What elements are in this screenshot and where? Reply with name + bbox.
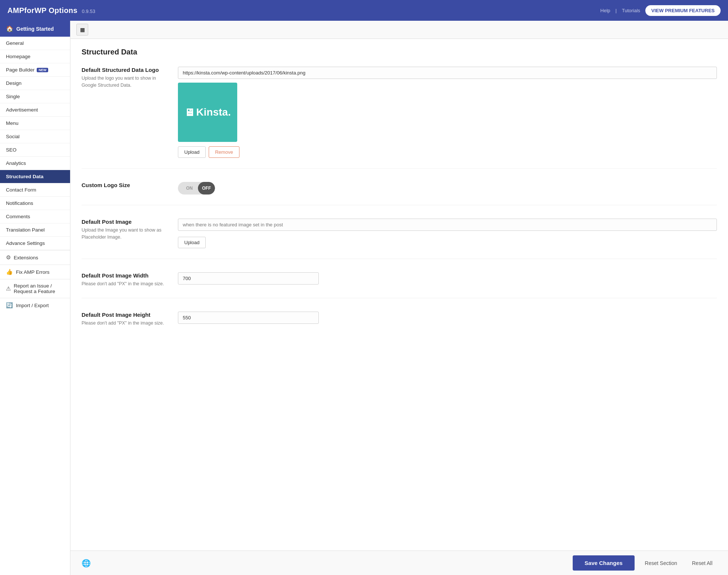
thumbs-up-icon: 👍 — [6, 269, 13, 275]
label-post-image-width: Default Post Image Width — [82, 272, 171, 279]
app-version: 0.9.53 — [82, 9, 95, 14]
section-title: Structured Data — [82, 48, 717, 56]
desc-post-image-width: Please don't add "PX" in the image size. — [82, 280, 171, 288]
sidebar-item-homepage[interactable]: Homepage — [0, 50, 70, 63]
app-title: AMPforWP Options — [7, 6, 77, 14]
main-content: Structured Data Default Structured Data … — [70, 39, 728, 551]
sidebar-label-notifications: Notifications — [6, 200, 33, 206]
new-badge: NEW — [37, 68, 48, 72]
sidebar-item-getting-started[interactable]: 🏠 Getting Started — [0, 21, 70, 37]
save-changes-button[interactable]: Save Changes — [573, 555, 635, 571]
app-header: AMPforWP Options 0.9.53 Help | Tutorials… — [0, 0, 728, 21]
label-default-post-image: Default Post Image — [82, 219, 171, 225]
sidebar: 🏠 Getting Started General Homepage Page … — [0, 21, 70, 575]
post-image-width-input[interactable] — [178, 272, 319, 285]
sidebar-label-general: General — [6, 40, 24, 46]
sidebar-label-translation-panel: Translation Panel — [6, 227, 45, 233]
control-col-default-post-image: Upload — [178, 219, 717, 248]
reset-all-button[interactable]: Reset All — [688, 557, 717, 569]
world-icon[interactable]: 🌐 — [82, 559, 91, 568]
help-link[interactable]: Help — [600, 8, 610, 13]
sidebar-item-advance-settings[interactable]: Advance Settings — [0, 237, 70, 250]
main-layout: 🏠 Getting Started General Homepage Page … — [0, 21, 728, 575]
form-row-custom-logo-size: Custom Logo Size ON OFF — [82, 182, 717, 205]
sidebar-item-seo[interactable]: SEO — [0, 143, 70, 157]
post-image-url-input[interactable] — [178, 219, 717, 231]
sidebar-label-analytics: Analytics — [6, 160, 26, 166]
gear-icon: ⚙ — [6, 254, 11, 261]
label-custom-logo-size: Custom Logo Size — [82, 182, 171, 188]
premium-features-button[interactable]: VIEW PREMIUM FEATURES — [645, 5, 721, 16]
sidebar-item-analytics[interactable]: Analytics — [0, 157, 70, 170]
sidebar-label-advance-settings: Advance Settings — [6, 240, 45, 246]
desc-default-logo: Upload the logo you want to show in Goog… — [82, 75, 171, 89]
label-default-logo: Default Structured Data Logo — [82, 67, 171, 73]
sidebar-label-import-export: Import / Export — [16, 303, 49, 308]
desc-post-image-height: Please don't add "PX" in the image size. — [82, 320, 171, 327]
control-col-default-logo: 🖥 Kinsta. Upload Remove — [178, 67, 717, 158]
header-title-group: AMPforWP Options 0.9.53 — [7, 6, 95, 15]
logo-remove-button[interactable]: Remove — [209, 146, 239, 158]
sidebar-label-seo: SEO — [6, 147, 17, 153]
control-col-post-image-width — [178, 272, 717, 285]
sidebar-label-single: Single — [6, 94, 20, 99]
sidebar-label-advertisement: Advertisement — [6, 107, 38, 113]
form-row-post-image-height: Default Post Image Height Please don't a… — [82, 312, 717, 337]
custom-logo-size-toggle[interactable]: ON OFF — [178, 182, 215, 195]
logo-url-input[interactable] — [178, 67, 717, 79]
sidebar-item-page-builder[interactable]: Page Builder NEW — [0, 63, 70, 77]
main-toolbar: ▦ — [70, 21, 728, 39]
label-col-post-image-width: Default Post Image Width Please don't ad… — [82, 272, 178, 288]
sidebar-label-homepage: Homepage — [6, 54, 30, 59]
control-col-custom-logo-size: ON OFF — [178, 182, 717, 195]
sidebar-item-fix-amp-errors[interactable]: 👍 Fix AMP Errors — [0, 265, 70, 279]
post-image-height-input[interactable] — [178, 312, 319, 324]
footer-left: 🌐 — [82, 559, 567, 568]
kinsta-icon: 🖥 — [184, 106, 195, 119]
sidebar-label-menu: Menu — [6, 120, 19, 126]
reset-section-button[interactable]: Reset Section — [641, 557, 682, 569]
sidebar-item-general[interactable]: General — [0, 37, 70, 50]
logo-upload-button[interactable]: Upload — [178, 146, 206, 158]
sidebar-item-menu[interactable]: Menu — [0, 117, 70, 130]
toggle-off-label: OFF — [198, 182, 215, 195]
sidebar-item-report-issue[interactable]: ⚠ Report an Issue / Request a Feature — [0, 279, 70, 298]
form-row-default-post-image: Default Post Image Upload the Image you … — [82, 219, 717, 259]
sidebar-label-extensions: Extensions — [14, 255, 38, 260]
toggle-on-label: ON — [178, 186, 198, 191]
sidebar-label-page-builder: Page Builder — [6, 67, 34, 73]
warning-icon: ⚠ — [6, 285, 11, 292]
kinsta-logo: 🖥 Kinsta. — [184, 106, 231, 119]
footer-bar: 🌐 Save Changes Reset Section Reset All — [70, 551, 728, 575]
post-image-upload-button[interactable]: Upload — [178, 237, 206, 248]
sidebar-label-contact-form: Contact Form — [6, 187, 36, 193]
sidebar-label-design: Design — [6, 80, 21, 86]
sidebar-item-advertisement[interactable]: Advertisement — [0, 103, 70, 117]
sidebar-label-structured-data: Structured Data — [6, 174, 43, 179]
sidebar-item-structured-data[interactable]: Structured Data — [0, 170, 70, 183]
logo-preview: 🖥 Kinsta. — [178, 83, 237, 142]
label-col-custom-logo-size: Custom Logo Size — [82, 182, 178, 190]
kinsta-text: Kinsta. — [196, 106, 231, 118]
form-row-default-logo: Default Structured Data Logo Upload the … — [82, 67, 717, 169]
label-col-post-image-height: Default Post Image Height Please don't a… — [82, 312, 178, 327]
sidebar-item-import-export[interactable]: 🔄 Import / Export — [0, 298, 70, 312]
header-divider: | — [615, 8, 616, 13]
sidebar-label-fix-amp-errors: Fix AMP Errors — [16, 269, 50, 275]
tutorials-link[interactable]: Tutorials — [622, 8, 640, 13]
control-col-post-image-height — [178, 312, 717, 324]
desc-default-post-image: Upload the Image you want to show as Pla… — [82, 227, 171, 241]
sidebar-item-comments[interactable]: Comments — [0, 210, 70, 223]
sidebar-item-translation-panel[interactable]: Translation Panel — [0, 223, 70, 237]
sidebar-item-extensions[interactable]: ⚙ Extensions — [0, 250, 70, 265]
label-col-default-logo: Default Structured Data Logo Upload the … — [82, 67, 178, 89]
sidebar-item-single[interactable]: Single — [0, 90, 70, 103]
sidebar-item-social[interactable]: Social — [0, 130, 70, 143]
form-row-post-image-width: Default Post Image Width Please don't ad… — [82, 272, 717, 298]
sidebar-item-contact-form[interactable]: Contact Form — [0, 183, 70, 197]
house-icon: 🏠 — [6, 25, 13, 32]
sidebar-item-notifications[interactable]: Notifications — [0, 197, 70, 210]
getting-started-label: Getting Started — [16, 26, 54, 32]
sidebar-item-design[interactable]: Design — [0, 77, 70, 90]
grid-view-button[interactable]: ▦ — [76, 24, 88, 36]
